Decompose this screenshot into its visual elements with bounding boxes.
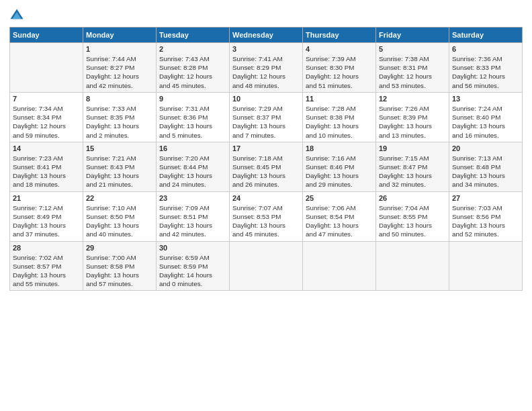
day-number: 15 <box>86 144 153 152</box>
header-row: SundayMondayTuesdayWednesdayThursdayFrid… <box>10 28 523 43</box>
col-header-wednesday: Wednesday <box>230 28 303 43</box>
day-info: Sunrise: 7:24 AM Sunset: 8:40 PM Dayligh… <box>452 104 519 140</box>
day-number: 18 <box>306 144 373 152</box>
day-cell: 23Sunrise: 7:09 AM Sunset: 8:51 PM Dayli… <box>157 191 230 241</box>
day-number: 19 <box>379 144 446 152</box>
day-number: 11 <box>306 95 373 103</box>
week-row-3: 14Sunrise: 7:23 AM Sunset: 8:41 PM Dayli… <box>10 142 523 191</box>
day-number: 9 <box>159 95 226 103</box>
week-row-4: 21Sunrise: 7:12 AM Sunset: 8:49 PM Dayli… <box>10 191 523 241</box>
day-info: Sunrise: 7:34 AM Sunset: 8:34 PM Dayligh… <box>13 104 80 140</box>
day-cell: 17Sunrise: 7:18 AM Sunset: 8:45 PM Dayli… <box>230 142 303 191</box>
day-number: 29 <box>86 244 153 252</box>
day-info: Sunrise: 7:26 AM Sunset: 8:39 PM Dayligh… <box>379 104 446 140</box>
week-row-5: 28Sunrise: 7:02 AM Sunset: 8:57 PM Dayli… <box>10 241 523 291</box>
logo-icon <box>9 8 24 23</box>
day-cell: 30Sunrise: 6:59 AM Sunset: 8:59 PM Dayli… <box>157 241 230 291</box>
day-info: Sunrise: 7:13 AM Sunset: 8:48 PM Dayligh… <box>452 154 519 189</box>
day-cell: 5Sunrise: 7:38 AM Sunset: 8:31 PM Daylig… <box>376 43 449 93</box>
day-info: Sunrise: 7:39 AM Sunset: 8:30 PM Dayligh… <box>306 54 373 90</box>
week-row-2: 7Sunrise: 7:34 AM Sunset: 8:34 PM Daylig… <box>10 92 523 142</box>
day-cell <box>449 241 523 291</box>
day-info: Sunrise: 7:02 AM Sunset: 8:57 PM Dayligh… <box>13 253 80 289</box>
col-header-friday: Friday <box>376 28 449 43</box>
day-cell: 14Sunrise: 7:23 AM Sunset: 8:41 PM Dayli… <box>10 142 83 191</box>
day-cell: 7Sunrise: 7:34 AM Sunset: 8:34 PM Daylig… <box>10 92 83 142</box>
day-cell: 15Sunrise: 7:21 AM Sunset: 8:43 PM Dayli… <box>83 142 157 191</box>
day-info: Sunrise: 7:18 AM Sunset: 8:45 PM Dayligh… <box>232 154 300 189</box>
day-number: 28 <box>13 244 80 252</box>
day-cell: 27Sunrise: 7:03 AM Sunset: 8:56 PM Dayli… <box>449 191 523 241</box>
day-info: Sunrise: 7:44 AM Sunset: 8:27 PM Dayligh… <box>86 54 153 90</box>
day-info: Sunrise: 7:36 AM Sunset: 8:33 PM Dayligh… <box>452 54 519 90</box>
day-number: 8 <box>86 95 153 103</box>
day-info: Sunrise: 7:43 AM Sunset: 8:28 PM Dayligh… <box>159 54 226 90</box>
day-number: 27 <box>452 194 519 202</box>
day-number: 12 <box>379 95 446 103</box>
day-cell: 12Sunrise: 7:26 AM Sunset: 8:39 PM Dayli… <box>376 92 449 142</box>
day-info: Sunrise: 7:20 AM Sunset: 8:44 PM Dayligh… <box>159 154 226 189</box>
day-number: 24 <box>232 194 300 202</box>
day-number: 23 <box>159 194 226 202</box>
day-number: 26 <box>379 194 446 202</box>
day-cell <box>303 241 376 291</box>
day-info: Sunrise: 7:09 AM Sunset: 8:51 PM Dayligh… <box>159 203 226 239</box>
col-header-sunday: Sunday <box>10 28 83 43</box>
day-cell: 20Sunrise: 7:13 AM Sunset: 8:48 PM Dayli… <box>449 142 523 191</box>
day-info: Sunrise: 7:06 AM Sunset: 8:54 PM Dayligh… <box>306 203 373 239</box>
day-cell: 10Sunrise: 7:29 AM Sunset: 8:37 PM Dayli… <box>230 92 303 142</box>
day-cell: 13Sunrise: 7:24 AM Sunset: 8:40 PM Dayli… <box>449 92 523 142</box>
day-cell: 1Sunrise: 7:44 AM Sunset: 8:27 PM Daylig… <box>83 43 157 93</box>
day-cell: 16Sunrise: 7:20 AM Sunset: 8:44 PM Dayli… <box>157 142 230 191</box>
day-number: 10 <box>232 95 300 103</box>
day-number: 5 <box>379 45 446 53</box>
col-header-tuesday: Tuesday <box>157 28 230 43</box>
header <box>9 8 523 23</box>
day-cell: 11Sunrise: 7:28 AM Sunset: 8:38 PM Dayli… <box>303 92 376 142</box>
day-number: 3 <box>232 45 300 53</box>
day-number: 2 <box>159 45 226 53</box>
day-info: Sunrise: 7:29 AM Sunset: 8:37 PM Dayligh… <box>232 104 300 140</box>
day-info: Sunrise: 7:21 AM Sunset: 8:43 PM Dayligh… <box>86 154 153 189</box>
day-info: Sunrise: 7:31 AM Sunset: 8:36 PM Dayligh… <box>159 104 226 140</box>
week-row-1: 1Sunrise: 7:44 AM Sunset: 8:27 PM Daylig… <box>10 43 523 93</box>
day-number: 20 <box>452 144 519 152</box>
day-info: Sunrise: 6:59 AM Sunset: 8:59 PM Dayligh… <box>159 253 226 289</box>
day-number: 6 <box>452 45 519 53</box>
day-info: Sunrise: 7:16 AM Sunset: 8:46 PM Dayligh… <box>306 154 373 189</box>
day-info: Sunrise: 7:28 AM Sunset: 8:38 PM Dayligh… <box>306 104 373 140</box>
col-header-thursday: Thursday <box>303 28 376 43</box>
day-number: 16 <box>159 144 226 152</box>
day-number: 14 <box>13 144 80 152</box>
day-cell: 28Sunrise: 7:02 AM Sunset: 8:57 PM Dayli… <box>10 241 83 291</box>
day-info: Sunrise: 7:23 AM Sunset: 8:41 PM Dayligh… <box>13 154 80 189</box>
day-number: 22 <box>86 194 153 202</box>
day-number: 13 <box>452 95 519 103</box>
day-info: Sunrise: 7:03 AM Sunset: 8:56 PM Dayligh… <box>452 203 519 239</box>
day-cell: 29Sunrise: 7:00 AM Sunset: 8:58 PM Dayli… <box>83 241 157 291</box>
day-info: Sunrise: 7:41 AM Sunset: 8:29 PM Dayligh… <box>232 54 300 90</box>
day-cell: 8Sunrise: 7:33 AM Sunset: 8:35 PM Daylig… <box>83 92 157 142</box>
day-cell: 22Sunrise: 7:10 AM Sunset: 8:50 PM Dayli… <box>83 191 157 241</box>
day-number: 21 <box>13 194 80 202</box>
day-cell: 2Sunrise: 7:43 AM Sunset: 8:28 PM Daylig… <box>157 43 230 93</box>
day-cell: 26Sunrise: 7:04 AM Sunset: 8:55 PM Dayli… <box>376 191 449 241</box>
day-cell: 19Sunrise: 7:15 AM Sunset: 8:47 PM Dayli… <box>376 142 449 191</box>
day-info: Sunrise: 7:12 AM Sunset: 8:49 PM Dayligh… <box>13 203 80 239</box>
day-cell: 24Sunrise: 7:07 AM Sunset: 8:53 PM Dayli… <box>230 191 303 241</box>
day-cell <box>230 241 303 291</box>
day-cell: 18Sunrise: 7:16 AM Sunset: 8:46 PM Dayli… <box>303 142 376 191</box>
page-container: SundayMondayTuesdayWednesdayThursdayFrid… <box>0 0 532 296</box>
day-info: Sunrise: 7:10 AM Sunset: 8:50 PM Dayligh… <box>86 203 153 239</box>
day-info: Sunrise: 7:04 AM Sunset: 8:55 PM Dayligh… <box>379 203 446 239</box>
day-cell <box>376 241 449 291</box>
day-number: 4 <box>306 45 373 53</box>
day-info: Sunrise: 7:15 AM Sunset: 8:47 PM Dayligh… <box>379 154 446 189</box>
logo <box>9 8 27 23</box>
col-header-monday: Monday <box>83 28 157 43</box>
day-info: Sunrise: 7:00 AM Sunset: 8:58 PM Dayligh… <box>86 253 153 289</box>
day-info: Sunrise: 7:07 AM Sunset: 8:53 PM Dayligh… <box>232 203 300 239</box>
day-cell: 6Sunrise: 7:36 AM Sunset: 8:33 PM Daylig… <box>449 43 523 93</box>
col-header-saturday: Saturday <box>449 28 523 43</box>
day-cell: 4Sunrise: 7:39 AM Sunset: 8:30 PM Daylig… <box>303 43 376 93</box>
